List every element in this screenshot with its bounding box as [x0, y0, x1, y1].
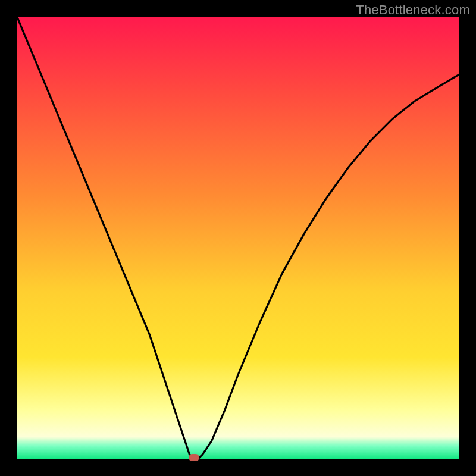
optimal-point-marker [189, 454, 199, 461]
chart-frame: TheBottleneck.com [0, 0, 476, 476]
watermark-label: TheBottleneck.com [356, 2, 470, 18]
bottleneck-curve [17, 17, 459, 459]
